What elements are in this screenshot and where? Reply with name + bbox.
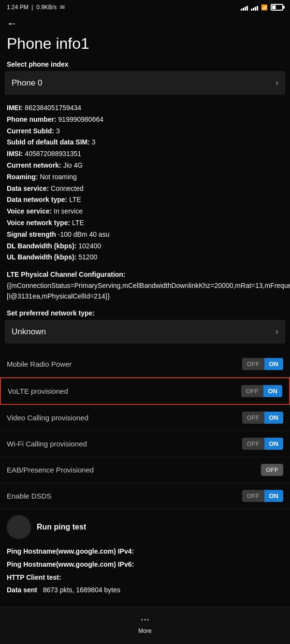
data-sent-value: 8673 pkts, 1689804 bytes xyxy=(43,586,120,594)
more-label[interactable]: More xyxy=(138,628,151,634)
toggle-switch-1[interactable]: OFF ON xyxy=(241,385,283,397)
data-service-value: Connected xyxy=(51,185,84,192)
toggle-switch-0[interactable]: OFF ON xyxy=(242,358,284,370)
phone-selector-label: Select phone index xyxy=(0,60,290,71)
bottom-nav: ··· More xyxy=(0,607,290,644)
lte-config-label: LTE Physical Channel Configuration: xyxy=(7,271,126,278)
toggle-switch-5[interactable]: OFF ON xyxy=(242,490,284,502)
phone-info-block: IMEI: 862384051759434 Phone number: 9199… xyxy=(0,102,290,263)
wifi-icon: 📶 xyxy=(261,4,268,11)
toggle-switch-2[interactable]: OFF ON xyxy=(242,412,284,424)
toggle-off-1: OFF xyxy=(241,385,263,397)
toggle-on-1: ON xyxy=(263,385,283,397)
data-network-label: Data network type: xyxy=(7,196,67,203)
signal-bars-2 xyxy=(251,4,258,11)
imsi-label: IMSI: xyxy=(7,150,23,157)
lte-config-row: LTE Physical Channel Configuration: {{mC… xyxy=(0,269,290,301)
roaming-label: Roaming: xyxy=(7,173,38,181)
subid-value: 3 xyxy=(56,127,60,135)
http-label: HTTP Client test: xyxy=(7,573,61,581)
back-button[interactable]: ← xyxy=(0,13,24,32)
toggle-mobile-radio[interactable]: Mobile Radio Power OFF ON xyxy=(0,351,290,377)
ipv4-label: Ping Hostname(www.google.com) IPv4: xyxy=(7,547,134,555)
toggle-switch-3[interactable]: OFF ON xyxy=(242,438,284,450)
page-title: Phone info1 xyxy=(0,32,290,60)
ul-label: UL Bandwidth (kbps): xyxy=(7,253,76,261)
toggle-on-0: ON xyxy=(264,358,284,370)
signal-label: Signal strength xyxy=(7,230,56,238)
network-label: Current network: xyxy=(7,161,61,169)
toggle-wifi-calling[interactable]: Wi-Fi Calling provisioned OFF ON xyxy=(0,431,290,457)
dl-value: 102400 xyxy=(78,242,101,250)
toggle-label-0: Mobile Radio Power xyxy=(7,360,72,368)
toggle-switch-4[interactable]: OFF xyxy=(261,464,283,476)
imsi-value: 405872088931351 xyxy=(25,150,81,157)
data-service-label: Data service: xyxy=(7,185,49,192)
status-network-speed: 0.9KB/s xyxy=(36,4,57,11)
toggle-on-2: ON xyxy=(264,412,284,424)
toggle-label-2: Video Calling provisioned xyxy=(7,414,88,422)
subid-label: Current SubId: xyxy=(7,127,54,135)
signal-bars-1 xyxy=(241,4,248,11)
toggle-on-5: ON xyxy=(264,490,284,502)
status-bar: 1:24 PM | 0.9KB/s ✉ 📶 50 xyxy=(0,0,290,13)
signal-value: -100 dBm 40 asu xyxy=(58,230,110,238)
subdefault-label: SubId of default data SIM: xyxy=(7,138,90,146)
voice-network-label: Voice network type: xyxy=(7,219,70,227)
data-network-value: LTE xyxy=(69,196,81,203)
voice-network-value: LTE xyxy=(72,219,84,227)
network-type-label: Set preferred network type: xyxy=(0,304,290,320)
toggle-eab[interactable]: EAB/Presence Provisioned OFF xyxy=(0,457,290,483)
network-type-dropdown[interactable]: Unknown › xyxy=(5,320,285,343)
ping-info-block: Ping Hostname(www.google.com) IPv4: Ping… xyxy=(0,545,290,596)
toggle-off-0: OFF xyxy=(242,358,264,370)
toggle-volte[interactable]: VoLTE provisioned OFF ON xyxy=(0,377,290,405)
status-icons: 📶 50 xyxy=(241,4,283,11)
phone-selector-dropdown[interactable]: Phone 0 › xyxy=(5,71,285,95)
phone-value: 919990980664 xyxy=(58,115,103,123)
toggle-off-2: OFF xyxy=(242,412,264,424)
chevron-right-icon: › xyxy=(276,78,278,88)
run-ping-section[interactable]: Run ping test xyxy=(0,509,290,545)
subdefault-value: 3 xyxy=(92,138,96,146)
imei-value: 862384051759434 xyxy=(25,104,81,112)
toggle-video-calling[interactable]: Video Calling provisioned OFF ON xyxy=(0,405,290,431)
toggle-list: Mobile Radio Power OFF ON VoLTE provisio… xyxy=(0,351,290,509)
imei-label: IMEI: xyxy=(7,104,23,112)
toggle-label-4: EAB/Presence Provisioned xyxy=(7,466,94,474)
data-sent-label: Data sent xyxy=(7,586,37,594)
toggle-off-3: OFF xyxy=(242,438,264,450)
ipv6-label: Ping Hostname(www.google.com) IPv6: xyxy=(7,560,134,568)
network-type-value: Unknown xyxy=(12,327,46,337)
dl-label: DL Bandwidth (kbps): xyxy=(7,242,76,250)
network-value: Jio 4G xyxy=(63,161,83,169)
status-time: 1:24 PM xyxy=(7,4,29,11)
toggle-label-5: Enable DSDS xyxy=(7,492,52,500)
phone-selector-value: Phone 0 xyxy=(12,78,42,88)
toggle-label-1: VoLTE provisioned xyxy=(8,387,68,395)
status-time-network: 1:24 PM | 0.9KB/s ✉ xyxy=(7,4,65,11)
toggle-on-3: ON xyxy=(264,438,284,450)
toggle-dsds[interactable]: Enable DSDS OFF ON xyxy=(0,483,290,509)
toggle-label-3: Wi-Fi Calling provisioned xyxy=(7,440,87,448)
voice-service-value: In service xyxy=(54,207,83,215)
lte-config-value: {{mConnectionStatus=PrimaryServing,mCell… xyxy=(7,282,290,300)
ping-label: Run ping test xyxy=(37,523,86,531)
phone-label: Phone number: xyxy=(7,115,57,123)
battery-icon: 50 xyxy=(271,4,283,11)
ping-avatar xyxy=(7,515,31,539)
ul-value: 51200 xyxy=(78,253,97,261)
chevron-right-icon-2: › xyxy=(276,327,278,337)
toggle-off-5: OFF xyxy=(242,490,264,502)
roaming-value: Not roaming xyxy=(40,173,76,181)
more-icon[interactable]: ··· xyxy=(141,613,149,626)
toggle-off-badge-4: OFF xyxy=(261,464,283,476)
voice-service-label: Voice service: xyxy=(7,207,52,215)
main-content: Select phone index Phone 0 › IMEI: 86238… xyxy=(0,60,290,639)
